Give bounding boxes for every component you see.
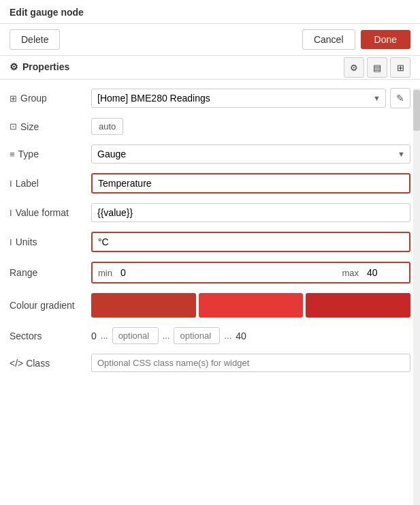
class-label: </> Class — [10, 358, 84, 369]
colour-swatch-1[interactable] — [91, 293, 196, 318]
group-control: [Home] BME280 Readings ▼ ✎ — [91, 88, 410, 108]
group-select-wrapper: [Home] BME280 Readings ▼ — [91, 89, 386, 108]
tab-properties[interactable]: ⚙ Properties — [10, 56, 79, 79]
delete-button[interactable]: Delete — [10, 29, 60, 50]
label-row: I Label — [10, 173, 410, 194]
range-row: Range min max — [10, 262, 410, 284]
value-format-input[interactable] — [91, 203, 410, 222]
tab-doc-icon-btn[interactable]: ▤ — [367, 57, 387, 78]
range-min-input[interactable] — [116, 265, 157, 280]
gear-icon: ⚙ — [10, 61, 18, 72]
type-icon: ≡ — [10, 149, 15, 159]
size-row: ⊡ Size auto — [10, 118, 410, 135]
sectors-control: 0 ... ... ... 40 — [91, 327, 410, 344]
colour-swatch-2[interactable] — [199, 293, 304, 318]
min-label: min — [98, 268, 112, 278]
group-icon: ⊞ — [10, 93, 17, 104]
sector-dots-2: ... — [163, 331, 170, 341]
sector-start: 0 — [91, 331, 97, 341]
group-row: ⊞ Group [Home] BME280 Readings ▼ ✎ — [10, 88, 410, 108]
sector-dots-1: ... — [101, 331, 108, 341]
scrollbar-track[interactable] — [413, 89, 420, 505]
pencil-icon: ✎ — [396, 93, 404, 104]
class-control — [91, 354, 410, 372]
layout-icon: ⊞ — [397, 63, 404, 73]
done-button[interactable]: Done — [361, 30, 410, 49]
range-label: Range — [10, 267, 84, 278]
value-format-row: I Value format — [10, 203, 410, 222]
tab-settings-icon-btn[interactable]: ⚙ — [344, 57, 364, 78]
type-label: ≡ Type — [10, 149, 84, 159]
cancel-button[interactable]: Cancel — [302, 29, 355, 50]
sector-dots-3: ... — [224, 331, 231, 341]
tab-layout-icon-btn[interactable]: ⊞ — [390, 57, 410, 78]
value-format-control — [91, 203, 410, 222]
units-input[interactable] — [91, 232, 410, 252]
class-row: </> Class — [10, 354, 410, 372]
group-edit-button[interactable]: ✎ — [390, 88, 410, 108]
type-select-wrapper: Gauge ▼ — [91, 144, 410, 164]
page-title: Edit gauge node — [10, 7, 84, 18]
colour-gradient-row: Colour gradient — [10, 293, 410, 318]
units-row: I Units — [10, 232, 410, 252]
size-icon: ⊡ — [10, 121, 17, 132]
tab-properties-label: Properties — [22, 61, 69, 72]
class-input[interactable] — [91, 354, 410, 372]
settings-icon: ⚙ — [350, 63, 358, 73]
max-label: max — [342, 268, 359, 278]
colour-swatch-3[interactable] — [306, 293, 410, 318]
sectors-label: Sectors — [10, 331, 84, 341]
cursor-icon-vf: I — [10, 208, 12, 218]
sectors-row: Sectors 0 ... ... ... 40 — [10, 327, 410, 344]
range-max-input[interactable] — [363, 265, 404, 280]
sector-end: 40 — [236, 331, 246, 341]
colour-gradient-control — [91, 293, 410, 318]
sectors-container: 0 ... ... ... 40 — [91, 327, 410, 344]
colour-gradient-label: Colour gradient — [10, 300, 84, 311]
type-control: Gauge ▼ — [91, 144, 410, 164]
group-label: ⊞ Group — [10, 93, 84, 104]
sector-optional-1[interactable] — [112, 327, 159, 344]
type-row: ≡ Type Gauge ▼ — [10, 144, 410, 164]
units-label: I Units — [10, 236, 84, 247]
size-label: ⊡ Size — [10, 121, 84, 132]
colour-swatches — [91, 293, 410, 318]
cursor-icon-units: I — [10, 237, 12, 247]
size-badge: auto — [91, 118, 123, 135]
doc-icon: ▤ — [373, 63, 381, 73]
range-control: min max — [91, 262, 410, 284]
range-container: min max — [91, 262, 410, 284]
group-select[interactable]: [Home] BME280 Readings — [91, 89, 386, 108]
scrollbar-thumb[interactable] — [413, 90, 420, 131]
type-select[interactable]: Gauge — [91, 144, 410, 164]
cursor-icon-label: I — [10, 179, 12, 189]
label-control — [91, 173, 410, 194]
size-control: auto — [91, 118, 410, 135]
label-input[interactable] — [91, 173, 410, 194]
units-control — [91, 232, 410, 252]
value-format-label: I Value format — [10, 207, 84, 218]
sector-optional-2[interactable] — [174, 327, 220, 344]
label-label: I Label — [10, 178, 84, 189]
